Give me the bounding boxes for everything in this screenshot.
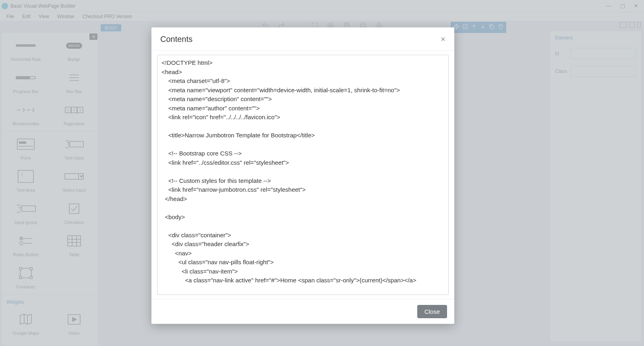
close-button[interactable]: Close (417, 305, 447, 318)
code-textarea[interactable] (157, 55, 449, 295)
modal-title: Contents (160, 35, 193, 44)
modal-footer: Close (151, 299, 454, 324)
modal-close-icon[interactable]: × (441, 35, 445, 44)
modal-body (151, 51, 454, 299)
contents-modal: Contents × Close (151, 27, 454, 324)
modal-header: Contents × (151, 27, 454, 51)
